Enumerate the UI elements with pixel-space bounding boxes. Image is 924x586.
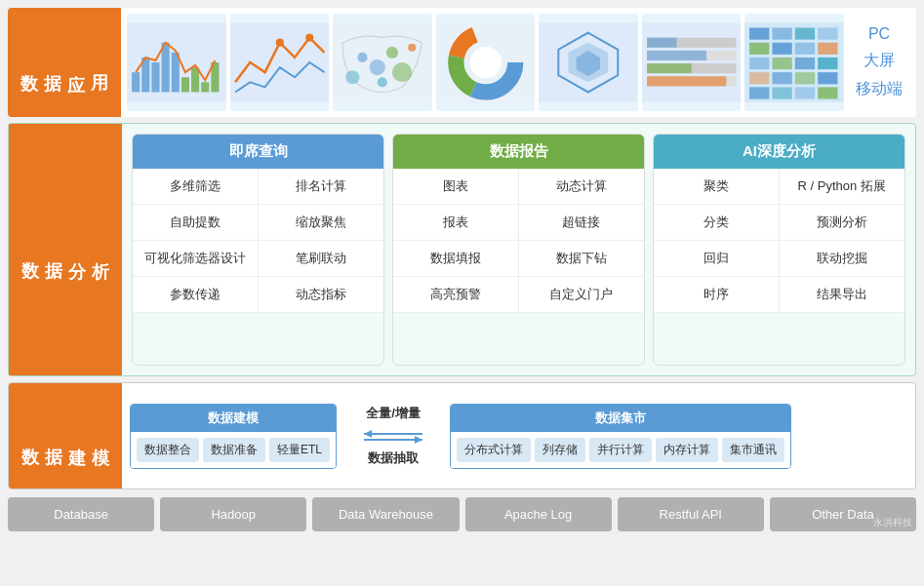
source-hadoop: Hadoop <box>160 497 306 531</box>
report-cell-7: 高亮预警 <box>393 277 519 313</box>
svg-rect-30 <box>642 22 742 101</box>
svg-rect-37 <box>647 63 692 73</box>
ai-cell-4: 预测分析 <box>780 205 905 241</box>
panel-ai-header: AI深度分析 <box>654 135 904 169</box>
svg-rect-44 <box>750 43 770 55</box>
svg-point-15 <box>370 59 385 75</box>
modeling-left-header: 数据建模 <box>131 405 336 432</box>
svg-rect-52 <box>750 72 770 84</box>
report-cell-2: 动态计算 <box>519 169 645 205</box>
report-cell-8: 自定义门户 <box>519 277 645 313</box>
chart-thumb-6 <box>642 14 742 111</box>
source-other-data: Other Data 永洪科技 <box>770 497 916 531</box>
svg-rect-41 <box>773 27 792 39</box>
label-mobile: 移动端 <box>856 79 903 99</box>
adhoc-cell-4: 缩放聚焦 <box>259 205 384 241</box>
svg-rect-50 <box>795 58 815 69</box>
row-data-modeling: 数据建模 数据建模 数据整合 数据准备 轻量ETL 全量/增量 <box>8 382 916 489</box>
panel-ad-hoc: 即席查询 多维筛选 排名计算 自助提数 缩放聚焦 可视化筛选器设计 笔刷联动 参… <box>132 134 384 366</box>
data-app-content: PC 大屏 移动端 <box>121 8 916 117</box>
label-bigscreen: 大屏 <box>856 51 903 71</box>
row-sources: Database Hadoop Data Warehouse Apache Lo… <box>8 495 916 533</box>
svg-rect-47 <box>819 43 838 55</box>
modeling-left-box: 数据建模 数据整合 数据准备 轻量ETL <box>130 404 337 469</box>
modeling-right-tag-5: 集市通讯 <box>722 438 784 462</box>
svg-marker-63 <box>415 436 422 444</box>
modeling-right-tag-1: 分布式计算 <box>457 438 531 462</box>
source-apache-log: Apache Log <box>465 497 612 531</box>
svg-point-14 <box>358 53 368 62</box>
modeling-left-items: 数据整合 数据准备 轻量ETL <box>131 432 336 468</box>
ai-cell-6: 联动挖掘 <box>780 241 905 277</box>
label-data-app: 数据应用 <box>8 8 121 117</box>
svg-rect-46 <box>795 43 815 55</box>
ai-cell-3: 分类 <box>654 205 780 241</box>
label-data-analysis: 数据分析 <box>9 124 122 375</box>
chart-thumb-4 <box>436 14 536 111</box>
svg-rect-6 <box>181 77 189 92</box>
svg-point-25 <box>469 47 502 79</box>
svg-rect-58 <box>795 87 815 98</box>
modeling-right-items: 分布式计算 列存储 并行计算 内存计算 集市通讯 <box>451 432 790 468</box>
panel-report-header: 数据报告 <box>393 135 644 169</box>
panel-ai: AI深度分析 聚类 R / Python 拓展 分类 预测分析 回归 联动挖掘 … <box>653 134 905 366</box>
ai-cell-2: R / Python 拓展 <box>780 169 905 205</box>
row-data-app: 数据应用 <box>8 8 916 117</box>
modeling-right-tag-2: 列存储 <box>535 438 585 462</box>
ai-cell-8: 结果导出 <box>780 277 905 313</box>
panel-adhoc-header: 即席查询 <box>133 135 383 169</box>
source-data-warehouse: Data Warehouse <box>312 497 459 531</box>
svg-rect-51 <box>819 58 838 69</box>
bidirectional-arrow-svg <box>354 426 432 446</box>
svg-rect-40 <box>750 27 770 39</box>
adhoc-cell-2: 排名计算 <box>259 169 384 205</box>
watermark-label: 永洪科技 <box>873 516 912 529</box>
ai-cell-7: 时序 <box>654 277 780 313</box>
app-labels: PC 大屏 移动端 <box>848 14 910 111</box>
panel-report: 数据报告 图表 动态计算 报表 超链接 数据填报 数据下钻 高亮预警 自定义门户 <box>392 134 645 366</box>
panel-ai-body: 聚类 R / Python 拓展 分类 预测分析 回归 联动挖掘 时序 结果导出 <box>654 169 904 313</box>
chart-thumb-3 <box>333 14 432 111</box>
modeling-tag-3: 轻量ETL <box>269 438 330 462</box>
report-cell-4: 超链接 <box>519 205 645 241</box>
analysis-content: 即席查询 多维筛选 排名计算 自助提数 缩放聚焦 可视化筛选器设计 笔刷联动 参… <box>122 124 915 375</box>
modeling-right-header: 数据集市 <box>451 405 790 432</box>
svg-point-12 <box>305 34 313 42</box>
svg-rect-10 <box>230 22 330 101</box>
ai-cell-1: 聚类 <box>654 169 780 205</box>
report-cell-6: 数据下钻 <box>519 241 645 277</box>
svg-rect-43 <box>819 27 838 39</box>
arrow-area: 全量/增量 数据抽取 <box>344 405 442 467</box>
adhoc-cell-1: 多维筛选 <box>133 169 259 205</box>
svg-rect-3 <box>151 62 159 92</box>
label-pc: PC <box>856 25 903 43</box>
adhoc-cell-6: 笔刷联动 <box>259 241 384 277</box>
svg-rect-4 <box>162 43 170 93</box>
svg-rect-49 <box>773 58 792 69</box>
svg-rect-8 <box>201 82 209 92</box>
label-data-modeling: 数据建模 <box>9 383 122 488</box>
main-container: 数据应用 <box>0 0 924 541</box>
svg-rect-36 <box>647 51 706 60</box>
report-cell-3: 报表 <box>393 205 519 241</box>
svg-point-16 <box>386 47 398 59</box>
svg-point-18 <box>408 44 416 52</box>
svg-rect-59 <box>819 87 838 98</box>
source-database: Database <box>8 497 154 531</box>
modeling-right-box: 数据集市 分布式计算 列存储 并行计算 内存计算 集市通讯 <box>450 404 791 469</box>
report-cell-1: 图表 <box>393 169 519 205</box>
svg-rect-35 <box>647 38 676 48</box>
modeling-tag-1: 数据整合 <box>137 438 199 462</box>
arrow-top-text: 全量/增量 <box>366 405 421 422</box>
svg-rect-53 <box>773 72 792 84</box>
row-data-analysis: 数据分析 即席查询 多维筛选 排名计算 自助提数 缩放聚焦 可视化筛选器设计 笔… <box>8 123 916 376</box>
svg-rect-42 <box>795 27 815 39</box>
adhoc-cell-8: 动态指标 <box>259 277 384 313</box>
chart-thumb-5 <box>539 14 638 111</box>
ai-cell-5: 回归 <box>654 241 780 277</box>
svg-rect-1 <box>132 72 140 92</box>
svg-rect-55 <box>819 72 838 84</box>
svg-point-20 <box>378 77 387 87</box>
panel-report-body: 图表 动态计算 报表 超链接 数据填报 数据下钻 高亮预警 自定义门户 <box>393 169 644 313</box>
svg-rect-48 <box>750 58 770 69</box>
